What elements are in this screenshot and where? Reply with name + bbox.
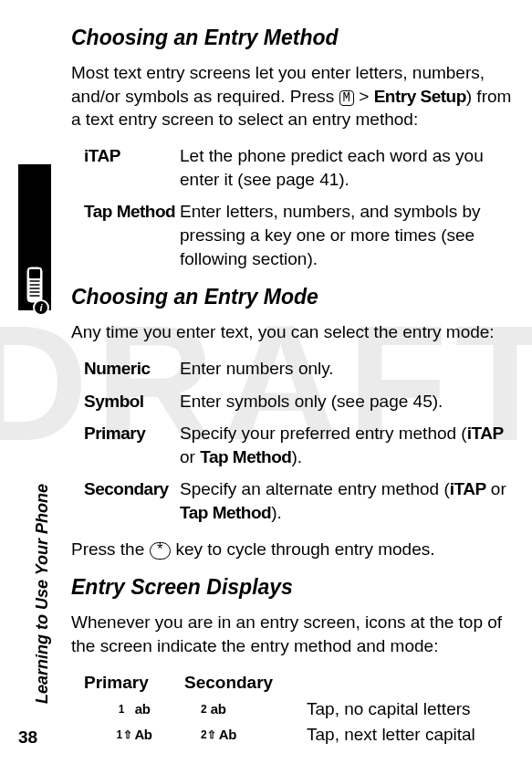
svg-rect-1 — [29, 269, 40, 278]
def-desc: Specify an alternate entry method (iTAP … — [180, 477, 512, 524]
primary-code-icon: 1 ab — [84, 700, 184, 718]
heading-screen-displays: Entry Screen Displays — [71, 573, 512, 602]
def-term: iTAP — [84, 144, 180, 168]
col-primary-header: Primary — [84, 671, 184, 695]
def-desc: Let the phone predict each word as you e… — [180, 144, 512, 191]
table-row: 1 ab 2 ab Tap, no capital letters — [84, 697, 512, 721]
phone-info-badge: i — [18, 164, 51, 310]
def-desc: Enter symbols only (see page 45). — [180, 390, 512, 413]
display-desc: Tap, next letter capital — [303, 723, 512, 747]
def-desc: Enter letters, numbers, and symbols by p… — [180, 200, 512, 270]
menu-key-icon: M — [339, 90, 354, 106]
def-term: Secondary — [84, 477, 180, 501]
col-secondary-header: Secondary — [184, 671, 303, 695]
def-term: Numeric — [84, 357, 180, 381]
def-desc: Specify your preferred entry method (iTA… — [180, 422, 512, 468]
def-term: Primary — [84, 422, 180, 445]
page-number: 38 — [18, 727, 37, 748]
entry-method-definitions: iTAP Let the phone predict each word as … — [84, 144, 512, 270]
shift-icon: ⇧ — [123, 728, 132, 741]
shift-icon: ⇧ — [207, 728, 216, 741]
secondary-code-icon: 2 ab — [184, 700, 303, 718]
page-content: Choosing an Entry Method Most text entry… — [71, 0, 512, 747]
entry-mode-definitions: Numeric Enter numbers only. Symbol Enter… — [84, 357, 512, 525]
section-side-label: Learning to Use Your Phone — [33, 484, 52, 704]
phone-icon — [25, 267, 45, 303]
table-header-row: Primary Secondary — [84, 671, 512, 695]
def-row: Primary Specify your preferred entry met… — [84, 422, 512, 468]
para-entry-method-intro: Most text entry screens let you enter le… — [71, 61, 512, 131]
para-cycle-modes: Press the * key to cycle through entry m… — [71, 538, 512, 561]
entry-setup-label: Entry Setup — [374, 87, 466, 106]
def-row: iTAP Let the phone predict each word as … — [84, 144, 512, 191]
def-term: Tap Method — [84, 200, 180, 224]
display-desc: Tap, no capital letters — [303, 697, 512, 721]
table-row: 1⇧ Ab 2⇧ Ab Tap, next letter capital — [84, 723, 512, 747]
def-row: Secondary Specify an alternate entry met… — [84, 477, 512, 524]
para-screen-displays-intro: Whenever you are in an entry screen, ico… — [71, 611, 512, 657]
secondary-code-icon: 2⇧ Ab — [184, 726, 303, 744]
heading-entry-mode: Choosing an Entry Mode — [71, 283, 512, 311]
def-desc: Enter numbers only. — [180, 357, 512, 381]
para-entry-mode-intro: Any time you enter text, you can select … — [71, 320, 512, 344]
heading-entry-method: Choosing an Entry Method — [71, 24, 512, 52]
def-term: Symbol — [84, 390, 180, 413]
left-margin-bar: i Learning to Use Your Phone — [18, 164, 51, 730]
primary-code-icon: 1⇧ Ab — [84, 726, 184, 744]
def-row: Tap Method Enter letters, numbers, and s… — [84, 200, 512, 270]
def-row: Symbol Enter symbols only (see page 45). — [84, 390, 512, 413]
star-key-icon: * — [150, 542, 172, 560]
display-icons-table: Primary Secondary 1 ab 2 ab Tap, no capi… — [84, 671, 512, 747]
def-row: Numeric Enter numbers only. — [84, 357, 512, 381]
